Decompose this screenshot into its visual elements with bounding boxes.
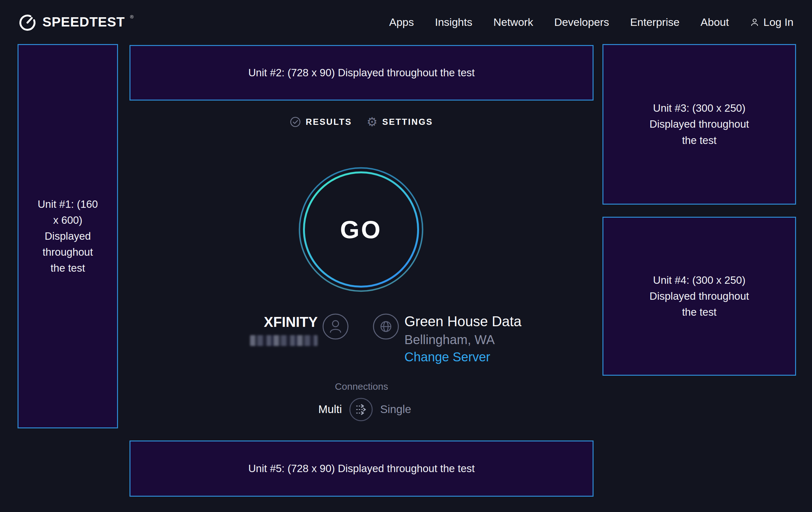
tab-results[interactable]: RESULTS <box>290 116 352 127</box>
ad-unit-2-text: Unit #2: (728 x 90) Displayed throughout… <box>249 65 475 81</box>
redacted-ip-text <box>250 335 318 346</box>
speedtest-page: SPEEDTEST ® Apps Insights Network Develo… <box>0 0 812 512</box>
multi-arrows-icon <box>349 397 373 422</box>
nav-item-developers[interactable]: Developers <box>554 16 609 28</box>
isp-badge <box>322 313 349 340</box>
trademark-mark: ® <box>130 14 134 20</box>
tab-settings-label: SETTINGS <box>382 117 433 127</box>
isp-name: XFINITY <box>264 314 318 330</box>
check-circle-icon <box>290 116 301 127</box>
speedometer-icon <box>18 12 37 32</box>
ad-unit-3-text: Unit #3: (300 x 250) Displayed throughou… <box>644 100 755 148</box>
server-name: Green House Data <box>404 314 521 329</box>
top-nav: SPEEDTEST ® Apps Insights Network Develo… <box>0 0 812 44</box>
login-label: Log In <box>763 16 793 28</box>
view-tabs: RESULTS ⚙ SETTINGS <box>129 112 593 132</box>
connections-toggle[interactable] <box>349 397 373 422</box>
ad-unit-5-text: Unit #5: (728 x 90) Displayed throughout… <box>249 461 475 477</box>
tab-results-label: RESULTS <box>306 117 352 127</box>
tab-settings[interactable]: ⚙ SETTINGS <box>367 116 433 128</box>
speedtest-logo[interactable]: SPEEDTEST ® <box>18 12 134 32</box>
globe-icon <box>373 313 399 340</box>
nav-item-enterprise[interactable]: Enterprise <box>630 16 679 28</box>
ad-unit-4[interactable]: Unit #4: (300 x 250) Displayed throughou… <box>603 217 796 376</box>
connections-single-option[interactable]: Single <box>380 403 411 415</box>
ad-unit-1-text: Unit #1: (160 x 600) Displayed throughou… <box>36 196 100 276</box>
nav-item-apps[interactable]: Apps <box>389 16 414 28</box>
nav-item-about[interactable]: About <box>701 16 729 28</box>
nav-menu: Apps Insights Network Developers Enterpr… <box>389 16 793 28</box>
change-server-link[interactable]: Change Server <box>404 350 490 364</box>
gear-icon: ⚙ <box>367 116 377 128</box>
ad-unit-2[interactable]: Unit #2: (728 x 90) Displayed throughout… <box>129 45 593 101</box>
server-badge <box>373 313 399 340</box>
connections-label: Connections <box>129 381 593 392</box>
go-button-label: GO <box>298 167 424 292</box>
user-icon <box>750 17 759 27</box>
nav-item-login[interactable]: Log In <box>750 16 793 28</box>
ad-unit-4-text: Unit #4: (300 x 250) Displayed throughou… <box>644 272 755 320</box>
nav-item-network[interactable]: Network <box>493 16 533 28</box>
nav-item-insights[interactable]: Insights <box>435 16 472 28</box>
brand-name: SPEEDTEST <box>42 15 125 30</box>
ad-unit-3[interactable]: Unit #3: (300 x 250) Displayed throughou… <box>603 44 796 205</box>
ad-unit-5[interactable]: Unit #5: (728 x 90) Displayed throughout… <box>129 440 593 497</box>
go-button[interactable]: GO <box>298 167 424 292</box>
server-location: Bellingham, WA <box>404 332 495 347</box>
person-icon <box>322 313 349 340</box>
connections-multi-option[interactable]: Multi <box>318 403 342 415</box>
ad-unit-1[interactable]: Unit #1: (160 x 600) Displayed throughou… <box>18 44 118 428</box>
